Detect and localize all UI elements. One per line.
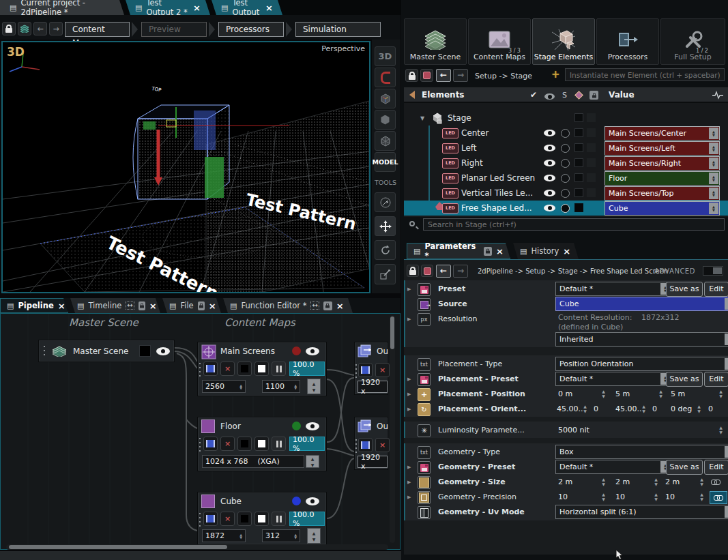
- visibility-eye-icon[interactable]: [156, 347, 170, 355]
- stepper-icon[interactable]: [600, 492, 607, 501]
- value-dropdown[interactable]: Cube: [605, 201, 720, 216]
- placement-type-dropdown[interactable]: Position Orientation: [555, 357, 728, 371]
- mode-full-setup-button[interactable]: Full Setup: [660, 18, 725, 65]
- luminosity-field[interactable]: 5000 nit: [558, 426, 589, 434]
- position-y-field[interactable]: 5 m: [615, 389, 630, 398]
- save-as-button[interactable]: Save as: [666, 460, 703, 475]
- size-field[interactable]: 1920 x: [358, 381, 388, 393]
- close-icon[interactable]: ×: [209, 301, 216, 311]
- stepper-icon[interactable]: [725, 506, 728, 518]
- solo-radio[interactable]: [561, 159, 570, 168]
- node-main-screens[interactable]: Main Screens × 100.0 % 2560 1100: [197, 342, 327, 396]
- visibility-eye-icon[interactable]: [306, 422, 319, 430]
- pause-button[interactable]: [272, 437, 286, 451]
- film-button[interactable]: [358, 363, 373, 377]
- close-icon[interactable]: ×: [563, 246, 570, 256]
- disable-button[interactable]: ×: [220, 362, 235, 376]
- width-field[interactable]: 2560: [202, 380, 246, 393]
- solo-radio[interactable]: [561, 204, 570, 213]
- tab-history[interactable]: ▤ History ×: [513, 243, 579, 259]
- expander-icon[interactable]: ▶: [407, 465, 411, 470]
- select-checkbox[interactable]: [574, 158, 583, 167]
- tree-row-left[interactable]: LED Left Main Screens/Left: [404, 141, 728, 156]
- gizmo-mode-button[interactable]: [375, 89, 396, 108]
- edit-button[interactable]: Edit: [704, 460, 728, 475]
- node-master-scene[interactable]: Master Scene: [38, 340, 175, 362]
- stepper-icon[interactable]: [709, 203, 718, 214]
- orientation-z-field[interactable]: 0 deg: [671, 404, 692, 413]
- drag-handle[interactable]: [199, 362, 201, 379]
- lock-slot[interactable]: [587, 158, 596, 167]
- params-forward-button[interactable]: →: [453, 265, 468, 278]
- select-checkbox[interactable]: [574, 143, 583, 152]
- black-background-button[interactable]: [237, 362, 252, 376]
- tab-test-output[interactable]: ▤ Test Output ×: [212, 0, 282, 15]
- value-dropdown[interactable]: Main Screens/Center: [605, 126, 720, 141]
- select-checkbox[interactable]: [574, 188, 583, 197]
- white-background-button[interactable]: [254, 512, 269, 526]
- tab-pipeline[interactable]: ▤ Pipeline ×: [0, 298, 68, 313]
- signal-column-icon[interactable]: [712, 91, 723, 100]
- pause-button[interactable]: [272, 362, 286, 376]
- stepper-icon[interactable]: [696, 404, 702, 413]
- stepper-icon[interactable]: [725, 334, 728, 345]
- disable-button[interactable]: ×: [375, 363, 390, 377]
- vertical-scrollbar[interactable]: [390, 315, 395, 543]
- stage-pin-button[interactable]: [420, 69, 433, 82]
- edit-button[interactable]: Edit: [704, 372, 728, 387]
- tree-row-free-shape-led-selected[interactable]: LED Free Shape Led... Cube: [404, 201, 728, 216]
- expander-icon[interactable]: ▶: [407, 316, 411, 322]
- orientation-y-field[interactable]: 45.00..: [615, 404, 641, 413]
- horizontal-scrollbar[interactable]: [6, 544, 388, 550]
- select-checkbox[interactable]: [574, 203, 583, 212]
- nav-preview-button[interactable]: Preview: [141, 22, 207, 37]
- placement-preset-dropdown[interactable]: Default *: [555, 372, 671, 386]
- solo-checkbox[interactable]: [574, 113, 583, 122]
- lock-column-icon[interactable]: [589, 91, 598, 100]
- stage-lock-button[interactable]: [405, 69, 418, 82]
- size-z-field[interactable]: 2 m: [665, 477, 680, 486]
- disable-button[interactable]: ×: [220, 437, 235, 451]
- stage-back-button[interactable]: ←: [436, 69, 451, 82]
- node-floor[interactable]: Floor × 100.0 % 1024 x 768(XGA): [197, 417, 327, 471]
- value-dropdown[interactable]: Floor: [605, 171, 720, 186]
- drag-handle[interactable]: [355, 438, 358, 456]
- size-stepper[interactable]: [307, 379, 321, 394]
- orientation-x-field[interactable]: 45.00..: [557, 404, 583, 413]
- nav-simulation-button[interactable]: Simulation: [295, 22, 381, 37]
- stepper-icon[interactable]: [658, 389, 664, 398]
- stepper-icon[interactable]: [718, 389, 724, 398]
- lock-slot[interactable]: [587, 173, 596, 182]
- view-3d-button[interactable]: 3D: [375, 46, 396, 66]
- expand-icon[interactable]: ↔: [126, 301, 134, 310]
- position-z-field[interactable]: 5 m: [671, 389, 685, 398]
- node-output-1[interactable]: Ou × 1920 x: [354, 342, 388, 395]
- visibility-eye-icon[interactable]: [306, 347, 319, 355]
- solo-column-label[interactable]: S: [562, 91, 567, 100]
- value-dropdown[interactable]: Main Screens/Right: [605, 156, 720, 171]
- solid-shading-button[interactable]: [375, 110, 396, 130]
- mode-processors-button[interactable]: Processors: [596, 18, 659, 65]
- white-background-button[interactable]: [254, 437, 269, 451]
- tab-timeline[interactable]: ▤ Timeline ↔ ×: [70, 298, 160, 313]
- nav-processors-button[interactable]: Processors: [218, 22, 284, 37]
- tag-column-icon[interactable]: [574, 91, 583, 100]
- tab-current-project[interactable]: ▤ Current project - 2dPipeline *: [0, 0, 124, 15]
- height-field[interactable]: 312: [262, 529, 300, 542]
- stepper-icon[interactable]: [725, 298, 728, 310]
- opacity-field[interactable]: 100.0 %: [289, 362, 325, 376]
- position-x-field[interactable]: 0 m: [558, 389, 572, 398]
- params-back-button[interactable]: ←: [436, 265, 451, 278]
- preset-dropdown[interactable]: Default *: [555, 282, 671, 296]
- stepper-icon[interactable]: [699, 477, 705, 486]
- stage-forward-button[interactable]: →: [453, 69, 468, 82]
- drag-handle[interactable]: [199, 512, 201, 529]
- stepper-icon[interactable]: [709, 128, 718, 139]
- close-icon[interactable]: ×: [58, 301, 65, 311]
- tree-row-right[interactable]: LED Right Main Screens/Right: [404, 156, 728, 171]
- stepper-icon[interactable]: [709, 188, 718, 199]
- viewport-3d[interactable]: Test Pattern Test Pattern TOP 3D Perspec…: [1, 41, 370, 293]
- height-field[interactable]: 1100: [262, 380, 300, 393]
- resolution-stepper[interactable]: [306, 455, 319, 468]
- film-button[interactable]: [203, 437, 218, 451]
